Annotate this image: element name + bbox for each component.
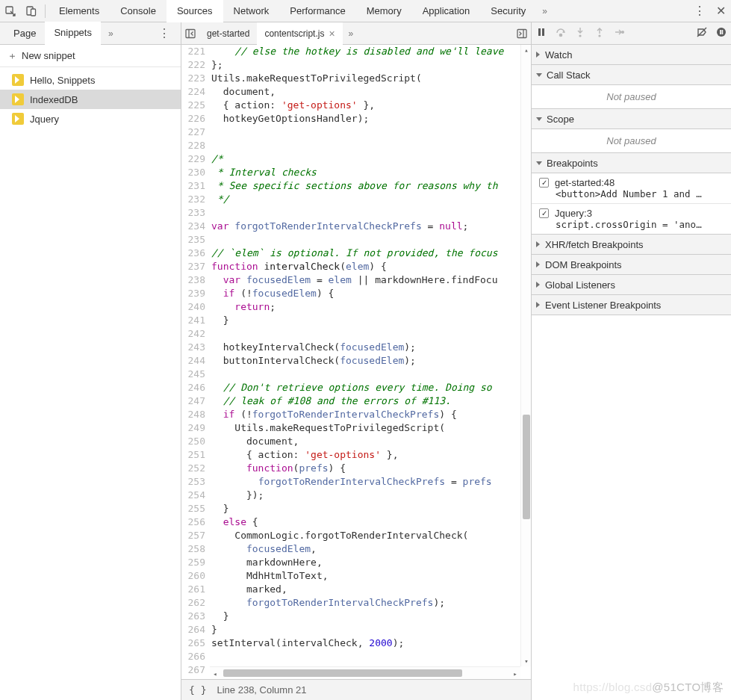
inspect-element-icon[interactable] — [0, 0, 21, 22]
file-tab-list: get-startedcontentscript.js× — [199, 22, 343, 45]
svg-rect-5 — [517, 29, 526, 37]
tab-page[interactable]: Page — [4, 22, 45, 45]
scrollbar-thumb[interactable] — [223, 669, 462, 677]
pause-on-exceptions-icon[interactable] — [716, 27, 727, 40]
section-call-stack-label: Call Stack — [547, 69, 591, 81]
navigator-more-chevron[interactable]: » — [102, 28, 119, 39]
top-tab-elements[interactable]: Elements — [49, 0, 110, 22]
scroll-down-icon[interactable]: ▾ — [521, 656, 531, 666]
svg-point-9 — [559, 34, 562, 36]
new-snippet-label: New snippet — [22, 50, 75, 61]
devtools-top-tabs: ElementsConsoleSourcesNetworkPerformance… — [0, 0, 731, 22]
section-watch[interactable]: Watch — [532, 45, 731, 65]
pause-icon[interactable] — [536, 27, 547, 40]
section-breakpoints[interactable]: Breakpoints — [532, 153, 731, 173]
more-tabs-chevron[interactable]: » — [536, 6, 553, 16]
section-xhr-breakpoints[interactable]: XHR/fetch Breakpoints — [532, 235, 731, 255]
show-debugger-icon[interactable] — [513, 22, 531, 45]
scrollbar-thumb[interactable] — [523, 415, 530, 519]
snippet-icon — [12, 113, 24, 125]
close-tab-icon[interactable]: × — [329, 22, 335, 45]
breakpoint-title: get-started:48 — [555, 177, 615, 188]
close-devtools-icon[interactable]: ✕ — [710, 0, 731, 22]
top-tab-list: ElementsConsoleSourcesNetworkPerformance… — [49, 0, 536, 22]
top-tab-security[interactable]: Security — [480, 0, 536, 22]
code-editor[interactable]: 2212222232242252262272282292302312322332… — [181, 45, 531, 679]
step-over-icon — [556, 27, 566, 40]
top-tab-console[interactable]: Console — [110, 0, 167, 22]
editor-status-bar: { } Line 238, Column 21 — [181, 679, 531, 700]
breakpoint-item[interactable]: ✓Jquery:3script.crossOrigin = 'ano… — [532, 203, 731, 234]
source-editor: get-startedcontentscript.js× » 221222223… — [181, 22, 532, 700]
debugger-pane: Watch Call Stack Not paused Scope Not pa… — [532, 22, 731, 700]
navigator-menu-icon[interactable]: ⋮ — [152, 26, 176, 40]
more-file-tabs-chevron[interactable]: » — [343, 28, 360, 39]
file-tab[interactable]: get-started — [199, 22, 257, 45]
watermark-faint: https://blog.csd — [573, 681, 653, 693]
top-tab-network[interactable]: Network — [223, 0, 280, 22]
chevron-down-icon — [536, 161, 542, 165]
section-scope-label: Scope — [547, 114, 574, 125]
breakpoint-checkbox[interactable]: ✓ — [539, 178, 549, 188]
scroll-up-icon[interactable]: ▴ — [521, 45, 531, 55]
svg-rect-8 — [542, 28, 544, 36]
scroll-left-icon[interactable]: ◂ — [210, 667, 220, 679]
editor-horizontal-scrollbar[interactable]: ◂ ▸ — [210, 666, 520, 679]
tab-snippets[interactable]: Snippets — [45, 22, 101, 46]
section-breakpoints-label: Breakpoints — [547, 158, 598, 169]
section-scope[interactable]: Scope — [532, 109, 731, 129]
snippet-item[interactable]: IndexedDB — [0, 90, 181, 109]
breakpoint-checkbox[interactable]: ✓ — [539, 208, 549, 218]
top-tab-application[interactable]: Application — [412, 0, 481, 22]
plus-icon: ＋ — [7, 49, 17, 63]
section-dom-breakpoints[interactable]: DOM Breakpoints — [532, 255, 731, 275]
snippet-icon — [12, 74, 24, 86]
breakpoint-item[interactable]: ✓get-started:48<button>Add Number 1 and … — [532, 173, 731, 203]
breakpoint-detail: script.crossOrigin = 'ano… — [556, 219, 725, 230]
file-tab-label: contentscript.js — [264, 22, 324, 45]
section-event-listener-breakpoints[interactable]: Event Listener Breakpoints — [532, 295, 731, 315]
svg-point-14 — [717, 28, 726, 37]
svg-point-10 — [579, 34, 581, 37]
device-toggle-icon[interactable] — [21, 0, 42, 22]
section-event-label: Event Listener Breakpoints — [545, 300, 661, 311]
editor-vertical-scrollbar[interactable]: ▴ ▾ — [520, 45, 531, 666]
step-icon — [614, 27, 624, 40]
svg-rect-3 — [186, 29, 195, 37]
debugger-toolbar — [532, 22, 731, 45]
top-tab-sources[interactable]: Sources — [167, 0, 223, 22]
file-tab[interactable]: contentscript.js× — [257, 22, 342, 45]
top-tab-performance[interactable]: Performance — [279, 0, 355, 22]
section-watch-label: Watch — [545, 49, 572, 61]
breakpoint-title: Jquery:3 — [555, 208, 592, 219]
step-out-icon — [594, 27, 605, 40]
snippet-item[interactable]: Hello, Snippets — [0, 70, 181, 90]
line-gutter[interactable]: 2212222232242252262272282292302312322332… — [181, 45, 210, 679]
snippet-label: Hello, Snippets — [30, 75, 95, 86]
snippet-item[interactable]: Jquery — [0, 109, 181, 128]
snippet-label: IndexedDB — [30, 94, 78, 105]
scroll-right-icon[interactable]: ▸ — [510, 667, 520, 679]
chevron-right-icon — [536, 302, 540, 308]
customize-menu-icon[interactable]: ⋮ — [689, 0, 710, 22]
hide-navigator-icon[interactable] — [181, 22, 199, 45]
section-call-stack[interactable]: Call Stack — [532, 65, 731, 85]
snippet-list: Hello, SnippetsIndexedDBJquery — [0, 67, 181, 131]
top-tab-memory[interactable]: Memory — [356, 0, 412, 22]
section-dom-label: DOM Breakpoints — [545, 259, 622, 270]
pretty-print-icon[interactable]: { } — [189, 684, 206, 696]
breakpoint-list: ✓get-started:48<button>Add Number 1 and … — [532, 173, 731, 235]
code-content[interactable]: // else the hotkey is disabled and we'll… — [210, 45, 531, 679]
new-snippet-button[interactable]: ＋ New snippet — [0, 45, 181, 67]
snippet-icon — [12, 93, 24, 105]
deactivate-breakpoints-icon[interactable] — [697, 27, 707, 40]
svg-point-11 — [598, 34, 600, 37]
svg-rect-15 — [720, 30, 721, 34]
watermark-bold: @51CTO博客 — [652, 681, 724, 693]
svg-rect-16 — [722, 30, 724, 34]
call-stack-body: Not paused — [532, 85, 731, 109]
svg-point-12 — [622, 31, 624, 34]
snippet-label: Jquery — [30, 114, 59, 125]
chevron-right-icon — [536, 241, 540, 247]
section-global-listeners[interactable]: Global Listeners — [532, 275, 731, 295]
